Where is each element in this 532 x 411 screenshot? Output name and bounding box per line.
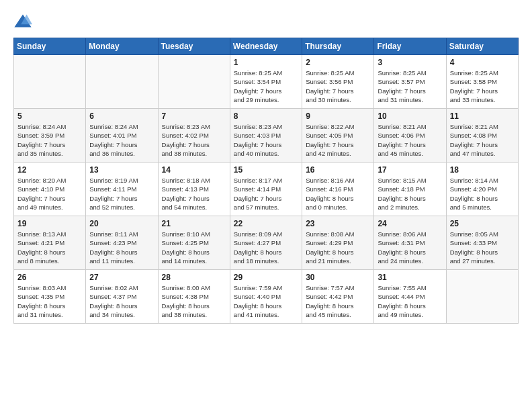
day-cell: 21Sunrise: 8:10 AM Sunset: 4:25 PM Dayli… — [158, 216, 230, 270]
week-row-1: 1Sunrise: 8:25 AM Sunset: 3:54 PM Daylig… — [14, 55, 519, 109]
day-info: Sunrise: 8:02 AM Sunset: 4:37 PM Dayligh… — [89, 283, 154, 319]
header-cell-saturday: Saturday — [446, 38, 518, 55]
day-info: Sunrise: 8:25 AM Sunset: 3:58 PM Dayligh… — [450, 68, 515, 104]
day-cell: 13Sunrise: 8:19 AM Sunset: 4:11 PM Dayli… — [86, 163, 158, 216]
day-number: 31 — [378, 273, 442, 282]
day-number: 1 — [234, 58, 298, 67]
day-cell: 23Sunrise: 8:08 AM Sunset: 4:29 PM Dayli… — [302, 216, 374, 270]
day-info: Sunrise: 8:23 AM Sunset: 4:02 PM Dayligh… — [162, 122, 226, 158]
day-cell: 27Sunrise: 8:02 AM Sunset: 4:37 PM Dayli… — [86, 270, 158, 324]
day-number: 5 — [17, 111, 82, 121]
day-cell: 11Sunrise: 8:21 AM Sunset: 4:08 PM Dayli… — [446, 109, 518, 163]
day-number: 13 — [89, 165, 154, 175]
day-number: 21 — [162, 219, 226, 228]
day-cell: 19Sunrise: 8:13 AM Sunset: 4:21 PM Dayli… — [14, 216, 86, 270]
day-info: Sunrise: 8:21 AM Sunset: 4:08 PM Dayligh… — [450, 122, 515, 158]
header-cell-wednesday: Wednesday — [230, 38, 302, 55]
header-cell-monday: Monday — [86, 38, 158, 55]
day-info: Sunrise: 8:21 AM Sunset: 4:06 PM Dayligh… — [378, 122, 442, 158]
day-number: 27 — [89, 273, 154, 282]
day-cell: 10Sunrise: 8:21 AM Sunset: 4:06 PM Dayli… — [374, 109, 446, 163]
day-number: 29 — [234, 273, 298, 282]
day-info: Sunrise: 8:24 AM Sunset: 3:59 PM Dayligh… — [17, 122, 82, 158]
logo-icon — [13, 12, 32, 31]
calendar-header: SundayMondayTuesdayWednesdayThursdayFrid… — [14, 38, 519, 55]
calendar-table: SundayMondayTuesdayWednesdayThursdayFrid… — [13, 38, 519, 324]
header-cell-sunday: Sunday — [14, 38, 86, 55]
header-row: SundayMondayTuesdayWednesdayThursdayFrid… — [14, 38, 519, 55]
day-cell: 16Sunrise: 8:16 AM Sunset: 4:16 PM Dayli… — [302, 163, 374, 216]
day-cell: 15Sunrise: 8:17 AM Sunset: 4:14 PM Dayli… — [230, 163, 302, 216]
week-row-2: 5Sunrise: 8:24 AM Sunset: 3:59 PM Daylig… — [14, 109, 519, 163]
day-cell: 22Sunrise: 8:09 AM Sunset: 4:27 PM Dayli… — [230, 216, 302, 270]
day-info: Sunrise: 8:14 AM Sunset: 4:20 PM Dayligh… — [450, 176, 515, 212]
day-cell: 12Sunrise: 8:20 AM Sunset: 4:10 PM Dayli… — [14, 163, 86, 216]
day-number: 4 — [450, 58, 515, 67]
day-cell: 25Sunrise: 8:05 AM Sunset: 4:33 PM Dayli… — [446, 216, 518, 270]
day-number: 11 — [450, 111, 515, 121]
day-cell: 17Sunrise: 8:15 AM Sunset: 4:18 PM Dayli… — [374, 163, 446, 216]
day-info: Sunrise: 8:08 AM Sunset: 4:29 PM Dayligh… — [306, 230, 370, 265]
day-cell: 8Sunrise: 8:23 AM Sunset: 4:03 PM Daylig… — [230, 109, 302, 163]
day-cell: 5Sunrise: 8:24 AM Sunset: 3:59 PM Daylig… — [14, 109, 86, 163]
calendar-body: 1Sunrise: 8:25 AM Sunset: 3:54 PM Daylig… — [14, 55, 519, 324]
day-cell: 3Sunrise: 8:25 AM Sunset: 3:57 PM Daylig… — [374, 55, 446, 109]
day-cell: 2Sunrise: 8:25 AM Sunset: 3:56 PM Daylig… — [302, 55, 374, 109]
day-info: Sunrise: 8:22 AM Sunset: 4:05 PM Dayligh… — [306, 122, 370, 158]
day-number: 7 — [162, 111, 226, 121]
day-number: 9 — [306, 111, 370, 121]
day-cell — [446, 270, 518, 324]
day-number: 26 — [17, 273, 82, 282]
week-row-4: 19Sunrise: 8:13 AM Sunset: 4:21 PM Dayli… — [14, 216, 519, 270]
day-info: Sunrise: 8:06 AM Sunset: 4:31 PM Dayligh… — [378, 230, 442, 265]
day-info: Sunrise: 8:19 AM Sunset: 4:11 PM Dayligh… — [89, 176, 154, 212]
day-number: 2 — [306, 58, 370, 67]
week-row-5: 26Sunrise: 8:03 AM Sunset: 4:35 PM Dayli… — [14, 270, 519, 324]
day-cell: 14Sunrise: 8:18 AM Sunset: 4:13 PM Dayli… — [158, 163, 230, 216]
header-cell-tuesday: Tuesday — [158, 38, 230, 55]
page: SundayMondayTuesdayWednesdayThursdayFrid… — [0, 0, 532, 411]
day-number: 17 — [378, 165, 442, 175]
day-cell — [86, 55, 158, 109]
day-info: Sunrise: 8:18 AM Sunset: 4:13 PM Dayligh… — [162, 176, 226, 212]
day-cell: 20Sunrise: 8:11 AM Sunset: 4:23 PM Dayli… — [86, 216, 158, 270]
day-number: 30 — [306, 273, 370, 282]
day-cell: 7Sunrise: 8:23 AM Sunset: 4:02 PM Daylig… — [158, 109, 230, 163]
day-cell: 6Sunrise: 8:24 AM Sunset: 4:01 PM Daylig… — [86, 109, 158, 163]
day-number: 6 — [89, 111, 154, 121]
day-number: 14 — [162, 165, 226, 175]
day-info: Sunrise: 8:09 AM Sunset: 4:27 PM Dayligh… — [234, 230, 298, 265]
day-number: 8 — [234, 111, 298, 121]
day-info: Sunrise: 8:20 AM Sunset: 4:10 PM Dayligh… — [17, 176, 82, 212]
day-info: Sunrise: 7:59 AM Sunset: 4:40 PM Dayligh… — [234, 283, 298, 319]
day-cell: 18Sunrise: 8:14 AM Sunset: 4:20 PM Dayli… — [446, 163, 518, 216]
day-cell: 24Sunrise: 8:06 AM Sunset: 4:31 PM Dayli… — [374, 216, 446, 270]
day-info: Sunrise: 8:13 AM Sunset: 4:21 PM Dayligh… — [17, 230, 82, 265]
day-cell: 4Sunrise: 8:25 AM Sunset: 3:58 PM Daylig… — [446, 55, 518, 109]
day-info: Sunrise: 8:03 AM Sunset: 4:35 PM Dayligh… — [17, 283, 82, 319]
day-info: Sunrise: 8:23 AM Sunset: 4:03 PM Dayligh… — [234, 122, 298, 158]
day-info: Sunrise: 8:16 AM Sunset: 4:16 PM Dayligh… — [306, 176, 370, 212]
day-cell: 1Sunrise: 8:25 AM Sunset: 3:54 PM Daylig… — [230, 55, 302, 109]
logo — [13, 12, 35, 31]
day-number: 15 — [234, 165, 298, 175]
header-cell-friday: Friday — [374, 38, 446, 55]
day-cell: 28Sunrise: 8:00 AM Sunset: 4:38 PM Dayli… — [158, 270, 230, 324]
day-cell: 30Sunrise: 7:57 AM Sunset: 4:42 PM Dayli… — [302, 270, 374, 324]
day-info: Sunrise: 8:25 AM Sunset: 3:56 PM Dayligh… — [306, 68, 370, 104]
day-info: Sunrise: 8:15 AM Sunset: 4:18 PM Dayligh… — [378, 176, 442, 212]
day-cell: 26Sunrise: 8:03 AM Sunset: 4:35 PM Dayli… — [14, 270, 86, 324]
day-info: Sunrise: 8:11 AM Sunset: 4:23 PM Dayligh… — [89, 230, 154, 265]
day-cell: 9Sunrise: 8:22 AM Sunset: 4:05 PM Daylig… — [302, 109, 374, 163]
day-info: Sunrise: 8:05 AM Sunset: 4:33 PM Dayligh… — [450, 230, 515, 265]
day-info: Sunrise: 8:24 AM Sunset: 4:01 PM Dayligh… — [89, 122, 154, 158]
day-number: 12 — [17, 165, 82, 175]
day-info: Sunrise: 8:25 AM Sunset: 3:54 PM Dayligh… — [234, 68, 298, 104]
day-number: 23 — [306, 219, 370, 228]
day-info: Sunrise: 8:25 AM Sunset: 3:57 PM Dayligh… — [378, 68, 442, 104]
day-number: 28 — [162, 273, 226, 282]
day-number: 18 — [450, 165, 515, 175]
day-info: Sunrise: 8:17 AM Sunset: 4:14 PM Dayligh… — [234, 176, 298, 212]
week-row-3: 12Sunrise: 8:20 AM Sunset: 4:10 PM Dayli… — [14, 163, 519, 216]
day-cell: 31Sunrise: 7:55 AM Sunset: 4:44 PM Dayli… — [374, 270, 446, 324]
